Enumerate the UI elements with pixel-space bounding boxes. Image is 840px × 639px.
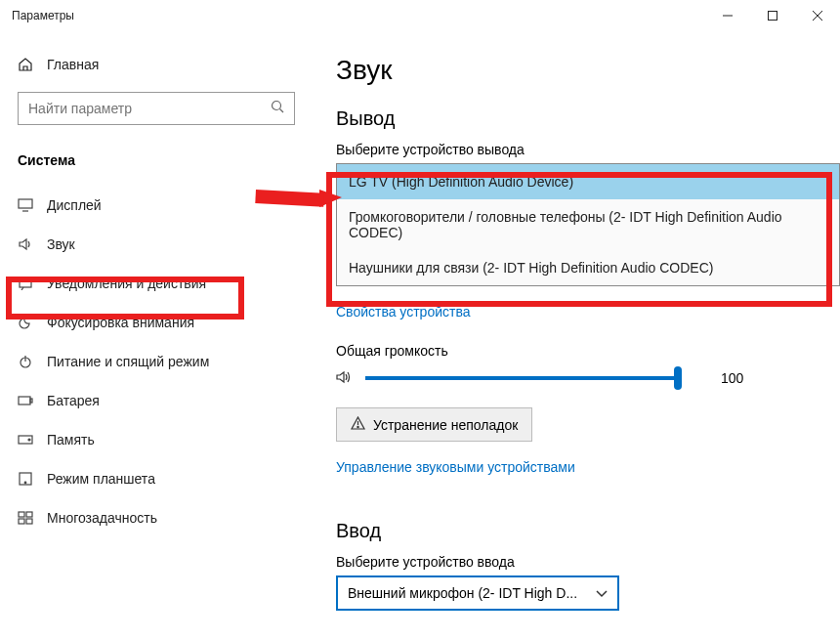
volume-slider[interactable] <box>365 366 678 390</box>
sidebar-item-label: Батарея <box>47 393 100 408</box>
multitasking-icon <box>18 511 33 525</box>
close-button[interactable] <box>795 0 840 31</box>
volume-icon[interactable] <box>336 369 354 388</box>
troubleshoot-label: Устранение неполадок <box>373 417 518 433</box>
main-content: Звук Вывод Выберите устройство вывода LG… <box>313 31 840 639</box>
sidebar-item-label: Дисплей <box>47 197 102 213</box>
output-section-header: Вывод <box>336 107 840 130</box>
sidebar: Главная Система Дисплей Звук Уведомления… <box>0 31 313 639</box>
power-icon <box>18 354 33 369</box>
svg-rect-19 <box>19 519 24 524</box>
sidebar-item-label: Уведомления и действия <box>47 276 206 291</box>
sidebar-item-label: Фокусировка внимания <box>47 315 194 330</box>
output-device-dropdown[interactable]: LG TV (High Definition Audio Device) Гро… <box>336 163 840 286</box>
slider-fill <box>365 376 678 380</box>
page-title: Звук <box>336 55 840 86</box>
sidebar-item-multitasking[interactable]: Многозадачность <box>0 498 313 537</box>
chevron-down-icon <box>596 585 608 601</box>
svg-point-4 <box>273 102 281 110</box>
home-icon <box>18 57 33 72</box>
sidebar-item-notifications[interactable]: Уведомления и действия <box>0 264 313 303</box>
svg-rect-20 <box>26 519 32 524</box>
home-label: Главная <box>47 57 99 72</box>
sidebar-item-label: Питание и спящий режим <box>47 354 209 369</box>
master-volume-label: Общая громкость <box>336 343 840 359</box>
minimize-button[interactable] <box>705 0 750 31</box>
sidebar-item-label: Память <box>47 432 95 447</box>
warning-icon <box>351 416 365 433</box>
device-properties-link[interactable]: Свойства устройства <box>336 304 471 320</box>
sidebar-item-tablet[interactable]: Режим планшета <box>0 459 313 498</box>
tablet-icon <box>18 472 33 486</box>
svg-rect-17 <box>19 512 24 517</box>
troubleshoot-button[interactable]: Устранение неполадок <box>336 407 532 442</box>
svg-rect-18 <box>26 512 32 517</box>
sound-icon <box>18 237 33 251</box>
sidebar-item-label: Режим планшета <box>47 471 155 487</box>
input-device-select[interactable]: Внешний микрофон (2- IDT High D... <box>336 575 619 611</box>
storage-icon <box>18 434 33 446</box>
output-option-1[interactable]: Громкоговорители / головные телефоны (2-… <box>337 199 839 250</box>
window-controls <box>705 0 840 31</box>
display-icon <box>18 198 33 212</box>
search-icon <box>271 100 284 117</box>
svg-rect-11 <box>19 397 30 405</box>
home-link[interactable]: Главная <box>0 47 313 82</box>
titlebar: Параметры <box>0 0 840 31</box>
notifications-icon <box>18 277 33 290</box>
svg-rect-6 <box>19 199 32 208</box>
slider-thumb[interactable] <box>674 366 682 390</box>
battery-icon <box>18 395 33 406</box>
sidebar-item-storage[interactable]: Память <box>0 420 313 459</box>
sidebar-item-power[interactable]: Питание и спящий режим <box>0 342 313 381</box>
manage-devices-link[interactable]: Управление звуковыми устройствами <box>336 459 575 475</box>
output-select-label: Выберите устройство вывода <box>336 142 840 157</box>
input-selected-value: Внешний микрофон (2- IDT High D... <box>348 585 577 601</box>
svg-point-22 <box>357 426 358 427</box>
svg-line-5 <box>280 109 284 113</box>
svg-point-16 <box>24 482 26 484</box>
sidebar-item-label: Звук <box>47 236 75 252</box>
output-option-2[interactable]: Наушники для связи (2- IDT High Definiti… <box>337 250 839 285</box>
focus-icon <box>18 315 33 330</box>
sidebar-item-focus[interactable]: Фокусировка внимания <box>0 303 313 342</box>
search-input-container[interactable] <box>18 92 295 125</box>
sidebar-item-label: Многозадачность <box>47 510 157 526</box>
svg-rect-1 <box>769 12 777 21</box>
sidebar-nav: Дисплей Звук Уведомления и действия Фоку… <box>0 186 313 537</box>
svg-rect-12 <box>30 399 32 403</box>
svg-point-14 <box>28 439 30 441</box>
system-header: Система <box>0 143 313 186</box>
volume-value: 100 <box>721 370 743 386</box>
sidebar-item-display[interactable]: Дисплей <box>0 186 313 225</box>
maximize-button[interactable] <box>750 0 795 31</box>
sidebar-item-battery[interactable]: Батарея <box>0 381 313 420</box>
search-input[interactable] <box>28 101 271 116</box>
input-select-label: Выберите устройство ввода <box>336 554 840 570</box>
input-section-header: Ввод <box>336 520 840 542</box>
window-title: Параметры <box>12 9 74 22</box>
sidebar-item-sound[interactable]: Звук <box>0 225 313 264</box>
output-option-0[interactable]: LG TV (High Definition Audio Device) <box>337 164 839 199</box>
svg-rect-8 <box>20 278 31 287</box>
master-volume-row: 100 <box>336 366 840 390</box>
